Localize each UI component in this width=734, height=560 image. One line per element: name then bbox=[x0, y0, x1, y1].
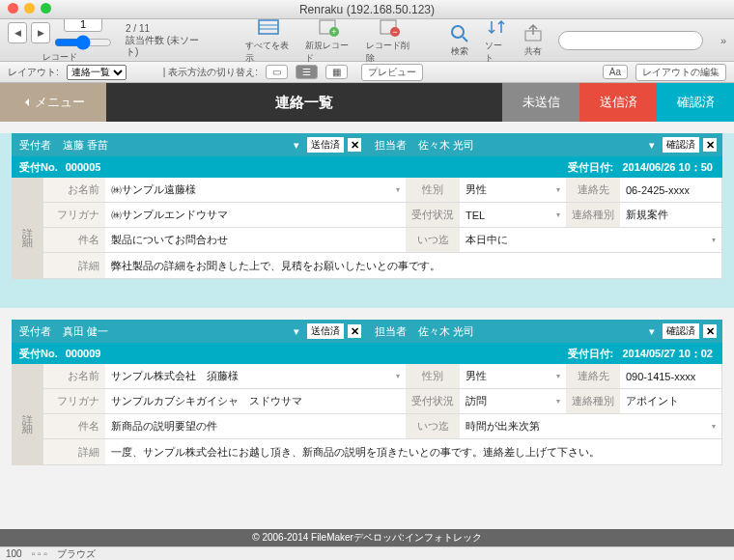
minimize-window-button[interactable] bbox=[24, 3, 35, 14]
receiver-value[interactable]: 遠藤 香苗 bbox=[59, 138, 286, 153]
status-chip: 送信済 bbox=[307, 323, 344, 339]
furigana-field[interactable]: サンプルカブシキガイシャ スドウサマ bbox=[105, 389, 406, 413]
field-label: お名前 bbox=[43, 364, 105, 388]
footer-copyright: © 2006-2014 FileMakerデベロッパ:インフォトレック bbox=[0, 529, 734, 546]
no-value: 000005 bbox=[66, 161, 568, 173]
preview-button[interactable]: プレビュー bbox=[361, 64, 423, 81]
field-label: 詳細 bbox=[43, 253, 105, 278]
field-label: 受付状況 bbox=[406, 389, 460, 413]
gender-field[interactable]: 男性▾ bbox=[460, 364, 566, 388]
close-icon[interactable]: ✕ bbox=[348, 324, 361, 338]
tantou-value[interactable]: 佐々木 光司 bbox=[414, 138, 641, 153]
record-card: 受付者 真田 健一 ▾ 送信済 ✕ 担当者 佐々木 光司 ▾ 確認済 ✕ 受付N… bbox=[12, 320, 722, 465]
tab-soushinzumi[interactable]: 送信済 bbox=[579, 83, 657, 122]
tantou-label: 担当者 bbox=[367, 138, 414, 153]
type-field[interactable]: 新規案件 bbox=[620, 203, 721, 227]
status-chip: 送信済 bbox=[307, 137, 344, 153]
field-label: お名前 bbox=[43, 178, 105, 202]
deadline-field[interactable]: 本日中に▾ bbox=[460, 228, 721, 252]
subject-field[interactable]: 製品についてお問合わせ bbox=[105, 228, 406, 252]
svg-text:−: − bbox=[392, 27, 397, 37]
zoom-window-button[interactable] bbox=[41, 3, 51, 14]
field-label: いつ迄 bbox=[406, 228, 460, 252]
next-record-button[interactable]: ▶ bbox=[31, 22, 50, 43]
edit-layout-button[interactable]: レイアウトの編集 bbox=[635, 64, 726, 81]
dropdown-icon[interactable]: ▾ bbox=[641, 139, 663, 152]
name-field[interactable]: サンプル株式会社 須藤様▾ bbox=[105, 364, 406, 388]
delete-record-button[interactable]: − レコード削除 bbox=[366, 16, 412, 65]
field-label: 件名 bbox=[43, 414, 105, 438]
receiver-value[interactable]: 真田 健一 bbox=[59, 324, 286, 339]
search-button[interactable]: 検索 bbox=[448, 22, 471, 58]
close-icon[interactable]: ✕ bbox=[348, 138, 361, 152]
record-info: 2 / 11 該当件数 (未ソート) bbox=[126, 23, 203, 58]
field-label: 連絡先 bbox=[566, 178, 620, 202]
sort-button[interactable]: ソート bbox=[485, 16, 508, 65]
svg-line-10 bbox=[463, 37, 467, 42]
date-value: 2014/05/27 10：02 bbox=[622, 348, 713, 359]
subject-field[interactable]: 新商品の説明要望の件 bbox=[105, 414, 406, 438]
layout-bar: レイアウト: 連絡一覧 | 表示方法の切り替え: ▭ ☰ ▦ プレビュー Aa … bbox=[0, 62, 734, 83]
date-label: 受付日付: bbox=[568, 348, 614, 359]
tab-kakuninzumi[interactable]: 確認済 bbox=[657, 83, 734, 122]
type-field[interactable]: アポイント bbox=[620, 389, 721, 413]
close-icon[interactable]: ✕ bbox=[703, 324, 717, 338]
record-slider[interactable] bbox=[54, 36, 112, 49]
tab-menu[interactable]: メニュー bbox=[0, 83, 106, 122]
record-label: レコード bbox=[42, 51, 77, 64]
toolbar-chevron-icon[interactable]: » bbox=[720, 35, 726, 46]
record-card: 受付者 遠藤 香苗 ▾ 送信済 ✕ 担当者 佐々木 光司 ▾ 確認済 ✕ 受付N… bbox=[12, 133, 722, 279]
status-field[interactable]: 訪問▾ bbox=[460, 389, 566, 413]
showall-button[interactable]: すべてを表示 bbox=[245, 16, 292, 65]
window-title: Renraku (192.168.50.123) bbox=[299, 3, 435, 16]
tab-misoushin[interactable]: 未送信 bbox=[502, 83, 579, 122]
detail-side-label: 詳細 bbox=[12, 178, 42, 279]
field-label: 詳細 bbox=[43, 439, 105, 464]
status-field[interactable]: TEL▾ bbox=[460, 203, 566, 227]
zoom-controls[interactable]: ▫ ▫ ▫ bbox=[32, 548, 47, 559]
tantou-label: 担当者 bbox=[367, 324, 414, 339]
close-icon[interactable]: ✕ bbox=[703, 138, 717, 152]
dropdown-icon[interactable]: ▾ bbox=[286, 139, 307, 152]
field-label: 性別 bbox=[406, 178, 460, 202]
field-label: 連絡種別 bbox=[566, 203, 620, 227]
view-table-button[interactable]: ▦ bbox=[325, 65, 348, 79]
detail-field[interactable]: 弊社製品の詳細をお聞きした上で、見積をお願いしたいとの事です。 bbox=[105, 253, 721, 278]
svg-text:+: + bbox=[332, 27, 337, 37]
field-label: フリガナ bbox=[43, 389, 105, 413]
contact-field[interactable]: 06-2425-xxxx bbox=[620, 178, 721, 202]
furigana-field[interactable]: ㈱サンプルエンドウサマ bbox=[105, 203, 406, 227]
mode-label[interactable]: ブラウズ bbox=[57, 547, 96, 561]
view-list-button[interactable]: ☰ bbox=[296, 65, 318, 79]
field-label: 連絡先 bbox=[566, 364, 620, 388]
tab-bar: メニュー 連絡一覧 未送信 送信済 確認済 bbox=[0, 83, 734, 122]
view-form-button[interactable]: ▭ bbox=[266, 65, 288, 79]
deadline-field[interactable]: 時間が出来次第▾ bbox=[460, 414, 721, 438]
contact-field[interactable]: 090-1415-xxxx bbox=[620, 364, 721, 388]
field-label: 受付状況 bbox=[406, 203, 460, 227]
detail-side-label: 詳細 bbox=[12, 364, 42, 465]
right-status-chip: 確認済 bbox=[663, 323, 699, 339]
aa-button[interactable]: Aa bbox=[603, 65, 628, 79]
gender-field[interactable]: 男性▾ bbox=[460, 178, 566, 202]
status-bar: 100 ▫ ▫ ▫ ブラウズ bbox=[0, 546, 734, 560]
zoom-value[interactable]: 100 bbox=[6, 548, 22, 559]
content-area: メニュー 連絡一覧 未送信 送信済 確認済 受付者 遠藤 香苗 ▾ 送信済 ✕ … bbox=[0, 83, 734, 529]
new-record-button[interactable]: + 新規レコード bbox=[305, 16, 352, 65]
dropdown-icon[interactable]: ▾ bbox=[286, 325, 307, 338]
share-button[interactable]: 共有 bbox=[522, 22, 545, 58]
tantou-value[interactable]: 佐々木 光司 bbox=[414, 324, 641, 339]
main-toolbar: ◀ ▶ レコード 2 / 11 該当件数 (未ソート) すべてを表示 + 新規レ… bbox=[0, 19, 734, 62]
date-value: 2014/06/26 10：50 bbox=[622, 161, 713, 173]
svg-rect-0 bbox=[259, 20, 278, 34]
field-label: いつ迄 bbox=[406, 414, 460, 438]
detail-field[interactable]: 一度、サンプル株式会社にお越し頂き、新商品の説明を頂きたいとの事です。連絡差し上… bbox=[105, 439, 721, 464]
no-label: 受付No. bbox=[12, 347, 66, 361]
name-field[interactable]: ㈱サンプル遠藤様▾ bbox=[105, 178, 406, 202]
dropdown-icon[interactable]: ▾ bbox=[641, 325, 663, 338]
quick-search-input[interactable] bbox=[558, 31, 703, 50]
layout-select[interactable]: 連絡一覧 bbox=[67, 65, 127, 80]
prev-record-button[interactable]: ◀ bbox=[8, 22, 27, 43]
field-label: 件名 bbox=[43, 228, 105, 252]
close-window-button[interactable] bbox=[8, 3, 18, 14]
